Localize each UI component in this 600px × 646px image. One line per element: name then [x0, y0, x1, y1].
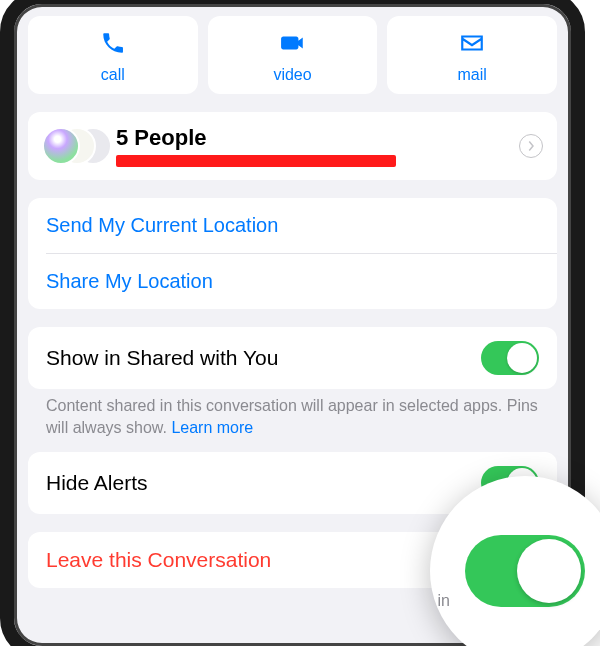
- location-card: Send My Current Location Share My Locati…: [28, 198, 557, 309]
- avatar-stack: [42, 122, 102, 170]
- learn-more-link[interactable]: Learn more: [171, 419, 253, 436]
- disclosure-icon: [519, 134, 543, 158]
- avatar: [42, 127, 80, 165]
- send-current-location[interactable]: Send My Current Location: [28, 198, 557, 253]
- video-icon: [278, 30, 308, 60]
- mail-label: mail: [458, 66, 487, 84]
- participants-text: 5 People: [116, 125, 505, 167]
- call-label: call: [101, 66, 125, 84]
- hide-alerts-label: Hide Alerts: [46, 471, 148, 495]
- shared-helper-text: Content shared in this conversation will…: [28, 393, 557, 452]
- shared-helper-body: Content shared in this conversation will…: [46, 397, 538, 436]
- shared-with-you-card: Show in Shared with You: [28, 327, 557, 389]
- shared-with-you-toggle[interactable]: [481, 341, 539, 375]
- participants-row[interactable]: 5 People: [28, 112, 557, 180]
- mail-button[interactable]: mail: [387, 16, 557, 94]
- video-label: video: [273, 66, 311, 84]
- shared-with-you-label: Show in Shared with You: [46, 346, 278, 370]
- video-button[interactable]: video: [208, 16, 378, 94]
- share-my-location[interactable]: Share My Location: [28, 254, 557, 309]
- magnifier-caption-fragment: in: [438, 592, 450, 610]
- shared-with-you-row: Show in Shared with You: [28, 327, 557, 389]
- participants-card: 5 People: [28, 112, 557, 180]
- phone-icon: [98, 30, 128, 60]
- contact-actions-row: call video mail: [28, 16, 557, 94]
- call-button[interactable]: call: [28, 16, 198, 94]
- hide-alerts-toggle-magnified[interactable]: [465, 535, 585, 607]
- participants-count: 5 People: [116, 125, 505, 151]
- mail-icon: [457, 30, 487, 60]
- redacted-names: [116, 155, 396, 167]
